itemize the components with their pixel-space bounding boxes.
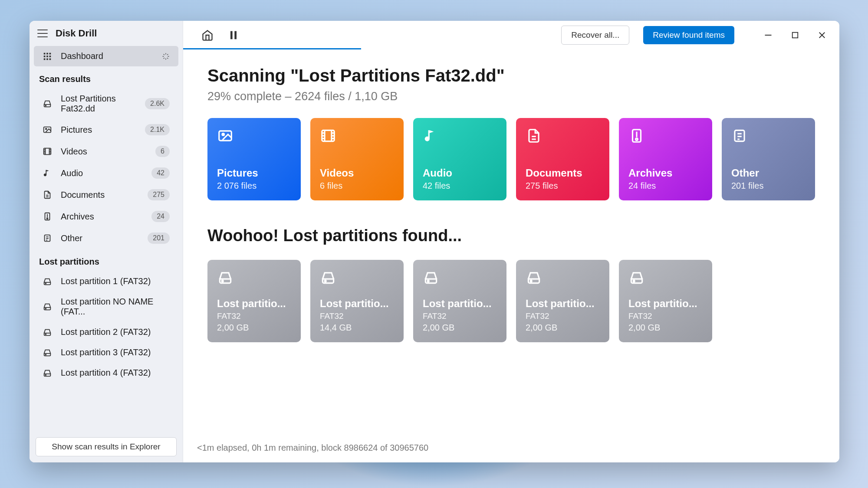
partition-size: 14,4 GB bbox=[320, 323, 394, 333]
svg-point-30 bbox=[45, 283, 46, 284]
sidebar-item-pictures[interactable]: Pictures2.1K bbox=[34, 119, 178, 141]
svg-point-63 bbox=[427, 280, 429, 282]
sidebar-item-label: Lost partition 2 (FAT32) bbox=[61, 327, 170, 337]
sidebar-item-label: Documents bbox=[61, 190, 139, 200]
sidebar-item-documents[interactable]: Documents275 bbox=[34, 184, 178, 206]
scan-subtitle: 29% complete – 2624 files / 1,10 GB bbox=[207, 90, 815, 103]
disk-icon bbox=[43, 348, 52, 357]
pause-icon[interactable] bbox=[227, 29, 240, 41]
partition-name: Lost partitio... bbox=[217, 298, 291, 310]
disk-icon bbox=[526, 269, 542, 286]
svg-point-56 bbox=[636, 138, 638, 141]
category-card-other[interactable]: Other201 files bbox=[722, 118, 815, 200]
partition-card[interactable]: Lost partitio...FAT322,00 GB bbox=[207, 260, 301, 342]
file-icon bbox=[43, 233, 52, 243]
sidebar-item-audio[interactable]: Audio42 bbox=[34, 162, 178, 184]
partition-size: 2,00 GB bbox=[217, 323, 291, 333]
partition-card[interactable]: Lost partitio...FAT3214,4 GB bbox=[310, 260, 404, 342]
partition-fs: FAT32 bbox=[217, 311, 291, 321]
count-badge: 2.1K bbox=[145, 124, 170, 135]
svg-rect-0 bbox=[44, 52, 46, 54]
card-file-count: 42 files bbox=[423, 181, 497, 191]
sidebar-item-label: Lost partition NO NAME (FAT... bbox=[61, 297, 170, 317]
sidebar-item-partition[interactable]: Lost partition 1 (FAT32) bbox=[34, 271, 178, 291]
svg-point-32 bbox=[45, 334, 46, 334]
card-title: Pictures bbox=[217, 167, 291, 179]
category-card-documents[interactable]: Documents275 files bbox=[516, 118, 609, 200]
zip-icon bbox=[43, 212, 52, 221]
disk-icon bbox=[43, 368, 52, 378]
sidebar-item-label: Other bbox=[61, 233, 139, 243]
category-cards: Pictures2 076 filesVideos6 filesAudio42 … bbox=[207, 118, 815, 200]
spinner-icon bbox=[162, 52, 170, 60]
review-found-items-button[interactable]: Review found items bbox=[643, 26, 734, 44]
card-file-count: 2 076 files bbox=[217, 181, 291, 191]
partition-card[interactable]: Lost partitio...FAT322,00 GB bbox=[516, 260, 609, 342]
partition-name: Lost partitio... bbox=[628, 298, 703, 310]
music-icon bbox=[423, 128, 439, 144]
music-icon bbox=[43, 168, 52, 178]
svg-point-65 bbox=[633, 280, 635, 282]
disk-icon bbox=[628, 269, 645, 286]
svg-rect-1 bbox=[46, 52, 48, 54]
show-in-explorer-button[interactable]: Show scan results in Explorer bbox=[36, 437, 177, 456]
svg-rect-6 bbox=[44, 58, 46, 60]
card-title: Archives bbox=[628, 167, 703, 179]
disk-icon bbox=[43, 302, 52, 311]
svg-point-61 bbox=[222, 280, 223, 282]
sidebar-item-label: Videos bbox=[61, 147, 147, 157]
sidebar-item-partition[interactable]: Lost partition 4 (FAT32) bbox=[34, 363, 178, 383]
partition-size: 2,00 GB bbox=[628, 323, 703, 333]
svg-rect-2 bbox=[49, 52, 51, 54]
lost-partitions-header: Lost partitions bbox=[30, 249, 183, 271]
sidebar-item-dashboard[interactable]: Dashboard bbox=[34, 46, 178, 66]
sidebar-item-partition[interactable]: Lost partition 2 (FAT32) bbox=[34, 322, 178, 342]
category-card-audio[interactable]: Audio42 files bbox=[413, 118, 506, 200]
film-icon bbox=[320, 128, 336, 144]
category-card-pictures[interactable]: Pictures2 076 files bbox=[207, 118, 301, 200]
partition-name: Lost partitio... bbox=[423, 298, 497, 310]
disk-icon bbox=[43, 328, 52, 337]
count-badge: 275 bbox=[148, 189, 170, 200]
film-icon bbox=[43, 147, 52, 156]
scan-results-list: Lost Partitions Fat32.dd2.6KPictures2.1K… bbox=[30, 88, 183, 249]
file-icon bbox=[731, 128, 748, 144]
count-badge: 201 bbox=[148, 233, 170, 244]
status-bar: <1m elapsed, 0h 1m remaining, block 8986… bbox=[183, 433, 839, 462]
sidebar-item-partition[interactable]: Lost partition NO NAME (FAT... bbox=[34, 291, 178, 322]
partition-card[interactable]: Lost partitio...FAT322,00 GB bbox=[413, 260, 506, 342]
sidebar-item-label: Archives bbox=[61, 212, 143, 222]
svg-rect-36 bbox=[234, 31, 237, 39]
svg-rect-7 bbox=[46, 58, 48, 60]
sidebar-item-label: Pictures bbox=[61, 125, 136, 135]
close-icon[interactable] bbox=[818, 31, 826, 39]
partition-fs: FAT32 bbox=[526, 311, 600, 321]
recover-all-button[interactable]: Recover all... bbox=[561, 26, 629, 45]
grid-icon bbox=[43, 52, 52, 61]
partition-fs: FAT32 bbox=[320, 311, 394, 321]
sidebar-item-lost-partitions-fat32-dd[interactable]: Lost Partitions Fat32.dd2.6K bbox=[34, 88, 178, 119]
home-icon[interactable] bbox=[201, 29, 214, 41]
sidebar-item-other[interactable]: Other201 bbox=[34, 227, 178, 249]
svg-rect-35 bbox=[230, 31, 233, 39]
partition-card[interactable]: Lost partitio...FAT322,00 GB bbox=[619, 260, 712, 342]
minimize-icon[interactable] bbox=[764, 31, 773, 39]
hamburger-icon[interactable] bbox=[37, 29, 48, 37]
app-title: Disk Drill bbox=[56, 28, 97, 39]
count-badge: 42 bbox=[151, 167, 170, 179]
image-icon bbox=[43, 125, 52, 134]
sidebar-item-label: Lost partition 4 (FAT32) bbox=[61, 368, 170, 378]
category-card-videos[interactable]: Videos6 files bbox=[310, 118, 404, 200]
svg-point-42 bbox=[222, 133, 224, 135]
sidebar-item-archives[interactable]: Archives24 bbox=[34, 206, 178, 227]
doc-icon bbox=[526, 128, 542, 144]
scan-results-header: Scan results bbox=[30, 66, 183, 88]
category-card-archives[interactable]: Archives24 files bbox=[619, 118, 712, 200]
card-title: Other bbox=[731, 167, 806, 179]
svg-rect-4 bbox=[46, 56, 48, 57]
partition-cards: Lost partitio...FAT322,00 GBLost partiti… bbox=[207, 260, 815, 342]
sidebar-header: Disk Drill bbox=[30, 21, 183, 46]
sidebar-item-partition[interactable]: Lost partition 3 (FAT32) bbox=[34, 342, 178, 363]
sidebar-item-videos[interactable]: Videos6 bbox=[34, 141, 178, 162]
maximize-icon[interactable] bbox=[791, 31, 799, 39]
